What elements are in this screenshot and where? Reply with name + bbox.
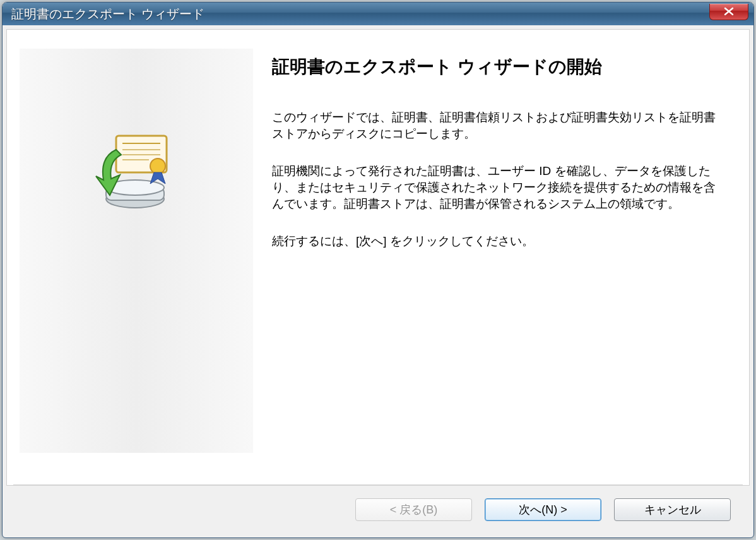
close-icon	[723, 4, 735, 19]
next-button[interactable]: 次へ(N) >	[485, 498, 601, 521]
cancel-button[interactable]: キャンセル	[614, 498, 731, 521]
wizard-paragraph-3: 続行するには、[次へ] をクリックしてください。	[272, 233, 724, 249]
wizard-window: 証明書のエクスポート ウィザード	[2, 2, 754, 538]
wizard-paragraph-2: 証明機関によって発行された証明書は、ユーザー ID を確認し、データを保護したり…	[272, 163, 724, 212]
window-title: 証明書のエクスポート ウィザード	[11, 6, 204, 23]
close-button[interactable]	[709, 4, 748, 20]
wizard-paragraph-1: このウィザードでは、証明書、証明書信頼リストおよび証明書失効リストを証明書ストア…	[272, 109, 724, 141]
svg-point-8	[150, 159, 165, 174]
wizard-main: 証明書のエクスポート ウィザードの開始 このウィザードでは、証明書、証明書信頼リ…	[7, 30, 749, 484]
back-button: < 戻る(B)	[355, 498, 472, 521]
wizard-content: 証明書のエクスポート ウィザードの開始 このウィザードでは、証明書、証明書信頼リ…	[6, 29, 750, 486]
wizard-body: 証明書のエクスポート ウィザードの開始 このウィザードでは、証明書、証明書信頼リ…	[272, 49, 724, 472]
certificate-export-icon	[92, 124, 180, 213]
wizard-heading: 証明書のエクスポート ウィザードの開始	[272, 55, 724, 79]
wizard-sidebar-graphic	[20, 49, 253, 453]
titlebar[interactable]: 証明書のエクスポート ウィザード	[3, 3, 753, 25]
wizard-footer: < 戻る(B) 次へ(N) > キャンセル	[6, 486, 750, 534]
separator	[13, 484, 743, 485]
